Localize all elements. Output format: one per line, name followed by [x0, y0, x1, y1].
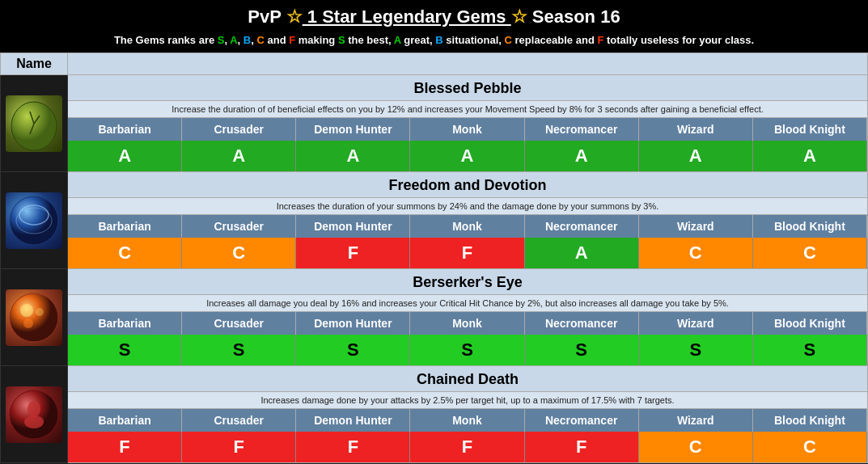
c-rank-label: C [256, 34, 264, 46]
class-header-necromancer: Necromancer [525, 215, 639, 238]
main-table: Name Blessed PebbleIncrease the duration… [0, 53, 868, 463]
gem-image-berserkers-eye [1, 269, 68, 366]
class-header-crusader: Crusader [182, 312, 296, 335]
s-rank-label: S [218, 34, 225, 46]
subtitle: The Gems ranks are S, A, B, C and F maki… [0, 31, 868, 53]
class-header-barbarian: Barbarian [68, 409, 182, 432]
gem-icon-berserkers-eye [6, 289, 62, 346]
rank-cell-freedom-devotion-0: C [68, 238, 182, 268]
class-header-crusader: Crusader [182, 118, 296, 141]
rank-cell-berserkers-eye-2: S [296, 335, 410, 365]
svg-point-17 [24, 415, 44, 428]
rank-cell-freedom-devotion-4: A [525, 238, 639, 268]
svg-point-12 [36, 308, 44, 316]
class-header-monk: Monk [410, 215, 524, 238]
gem-icon-freedom-devotion [6, 192, 62, 249]
class-header-barbarian: Barbarian [68, 312, 182, 335]
gem-title-blessed-pebble: Blessed Pebble [68, 75, 867, 101]
f-use-label: F [597, 34, 603, 46]
class-header-barbarian: Barbarian [68, 215, 182, 238]
class-header-monk: Monk [410, 409, 524, 432]
rank-cell-freedom-devotion-1: C [182, 238, 296, 268]
rank-cell-chained-death-5: C [639, 432, 753, 462]
s-best-label: S [338, 34, 345, 46]
header-pvp: PvP [248, 6, 286, 27]
class-header-necromancer: Necromancer [525, 118, 639, 141]
svg-point-11 [20, 304, 33, 317]
rank-cell-chained-death-3: F [410, 432, 524, 462]
page-wrapper: PvP ☆ 1 Star Legendary Gems ☆ Season 16 … [0, 0, 868, 463]
class-header-crusader: Crusader [182, 409, 296, 432]
rank-row-freedom-devotion: CCFFACC [68, 238, 867, 268]
rank-row-berserkers-eye: SSSSSSS [68, 335, 867, 365]
gem-desc-freedom-devotion: Increases the duration of your summons b… [68, 198, 867, 215]
gem-title-chained-death: Chained Death [68, 366, 867, 392]
gem-title-berserkers-eye: Berserker's Eye [68, 269, 867, 295]
gem-image-blessed-pebble [1, 75, 68, 172]
class-header-blood-knight: Blood Knight [753, 118, 867, 141]
rank-cell-blessed-pebble-6: A [753, 141, 867, 171]
gem-desc-blessed-pebble: Increase the duration of of beneficial e… [68, 101, 867, 118]
class-header-wizard: Wizard [639, 312, 753, 335]
rank-cell-freedom-devotion-3: F [410, 238, 524, 268]
rank-cell-berserkers-eye-6: S [753, 335, 867, 365]
svg-point-13 [23, 318, 33, 328]
rank-cell-chained-death-2: F [296, 432, 410, 462]
a-rank-label: A [230, 34, 237, 46]
gem-image-chained-death [1, 366, 68, 463]
rank-cell-freedom-devotion-6: C [753, 238, 867, 268]
class-header-demon-hunter: Demon Hunter [296, 118, 410, 141]
rank-cell-blessed-pebble-0: A [68, 141, 182, 171]
gem-content-chained-death: Chained DeathIncreases damage done by yo… [68, 366, 868, 463]
gem-title-freedom-devotion: Freedom and Devotion [68, 172, 867, 198]
star-left: ☆ [286, 6, 303, 27]
gem-content-berserkers-eye: Berserker's EyeIncreases all damage you … [68, 269, 868, 366]
rank-cell-berserkers-eye-0: S [68, 335, 182, 365]
gem-content-blessed-pebble: Blessed PebbleIncrease the duration of o… [68, 75, 868, 172]
gem-desc-chained-death: Increases damage done by your attacks by… [68, 392, 867, 409]
gem-icon-chained-death [6, 386, 62, 443]
header-title: 1 Star Legendary Gems [303, 6, 511, 27]
class-headers-berserkers-eye: BarbarianCrusaderDemon HunterMonkNecroma… [68, 312, 867, 335]
class-headers-freedom-devotion: BarbarianCrusaderDemon HunterMonkNecroma… [68, 215, 867, 238]
class-header-necromancer: Necromancer [525, 409, 639, 432]
class-header-monk: Monk [410, 312, 524, 335]
name-column-header: Name [1, 53, 68, 75]
rank-cell-berserkers-eye-1: S [182, 335, 296, 365]
class-header-crusader: Crusader [182, 215, 296, 238]
rank-cell-chained-death-6: C [753, 432, 867, 462]
header-season: Season 16 [527, 6, 620, 27]
rank-cell-blessed-pebble-4: A [525, 141, 639, 171]
svg-point-16 [28, 401, 40, 417]
class-header-wizard: Wizard [639, 409, 753, 432]
rank-row-blessed-pebble: AAAAAAA [68, 141, 867, 171]
rank-cell-freedom-devotion-2: F [296, 238, 410, 268]
class-header-demon-hunter: Demon Hunter [296, 409, 410, 432]
rank-cell-berserkers-eye-5: S [639, 335, 753, 365]
rank-cell-blessed-pebble-5: A [639, 141, 753, 171]
c-rep-label: C [505, 34, 512, 46]
rank-cell-chained-death-1: F [182, 432, 296, 462]
rank-row-chained-death: FFFFFCC [68, 432, 867, 462]
b-rank-label: B [243, 34, 251, 46]
class-header-demon-hunter: Demon Hunter [296, 215, 410, 238]
rank-cell-blessed-pebble-3: A [410, 141, 524, 171]
rank-cell-berserkers-eye-4: S [525, 335, 639, 365]
rank-cell-chained-death-4: F [525, 432, 639, 462]
gem-content-freedom-devotion: Freedom and DevotionIncreases the durati… [68, 172, 868, 269]
rank-cell-chained-death-0: F [68, 432, 182, 462]
class-headers-blessed-pebble: BarbarianCrusaderDemon HunterMonkNecroma… [68, 118, 867, 141]
class-headers-chained-death: BarbarianCrusaderDemon HunterMonkNecroma… [68, 409, 867, 432]
rank-cell-berserkers-eye-3: S [410, 335, 524, 365]
class-header-blood-knight: Blood Knight [753, 409, 867, 432]
class-header-demon-hunter: Demon Hunter [296, 312, 410, 335]
class-header-wizard: Wizard [639, 215, 753, 238]
gem-image-freedom-devotion [1, 172, 68, 269]
rank-cell-blessed-pebble-2: A [296, 141, 410, 171]
rank-cell-blessed-pebble-1: A [182, 141, 296, 171]
a-great-label: A [394, 34, 401, 46]
rank-cell-freedom-devotion-5: C [639, 238, 753, 268]
class-header-blood-knight: Blood Knight [753, 312, 867, 335]
page-header: PvP ☆ 1 Star Legendary Gems ☆ Season 16 [0, 0, 868, 31]
star-right: ☆ [511, 6, 527, 27]
